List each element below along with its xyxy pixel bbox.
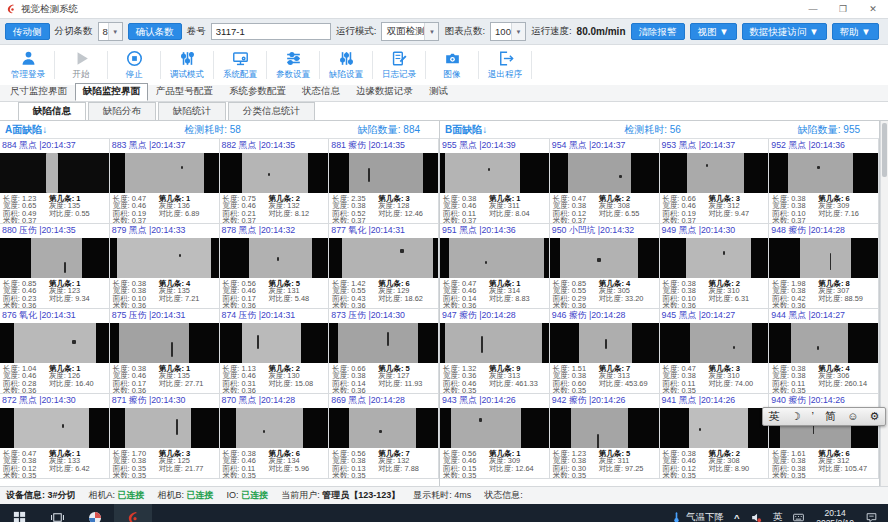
defect-cell[interactable]: 949 黑点 |20:14:30长度: 0.38宽度: 0.38面积: 0.10… bbox=[660, 224, 770, 309]
subtab-defect-distribution[interactable]: 缺陷分布 bbox=[88, 102, 156, 120]
defect-cell[interactable]: 941 黑点 |20:14:26长度: 0.38宽度: 0.46面积: 0.12… bbox=[660, 394, 770, 479]
tab-status-info[interactable]: 状态信息 bbox=[294, 83, 348, 101]
exit-button[interactable]: 退出程序 bbox=[479, 46, 531, 84]
subtab-defect-stats[interactable]: 缺陷统计 bbox=[158, 102, 226, 120]
stop-button[interactable]: 停止 bbox=[108, 46, 160, 84]
ime-moon-icon[interactable]: ☽ bbox=[791, 409, 801, 424]
defect-cell[interactable]: 951 黑点 |20:14:36长度: 0.47宽度: 0.46面积: 0.14… bbox=[440, 224, 550, 309]
defect-cell[interactable]: 948 擦伤 |20:14:28长度: 1.98宽度: 0.38面积: 0.42… bbox=[769, 224, 879, 309]
tab-size-monitor[interactable]: 尺寸监控界面 bbox=[2, 83, 75, 101]
defect-cell[interactable]: 945 黑点 |20:14:27长度: 0.47宽度: 0.38面积: 0.11… bbox=[660, 309, 770, 394]
defect-meters: 米数: 0.37 bbox=[443, 217, 546, 224]
vertical-scrollbar[interactable] bbox=[880, 121, 888, 486]
scrollbar-thumb[interactable] bbox=[882, 123, 887, 177]
minimize-button[interactable]: — bbox=[798, 0, 828, 18]
defect-cell[interactable]: 953 黑点 |20:14:37长度: 0.66宽度: 0.46面积: 0.19… bbox=[660, 139, 770, 224]
defect-cell[interactable]: 871 擦伤 |20:14:30长度: 1.70宽度: 0.38面积: 0.35… bbox=[110, 394, 220, 479]
maximize-button[interactable]: ❐ bbox=[828, 0, 858, 18]
taskbar-vision-app-button[interactable] bbox=[114, 504, 152, 522]
help-menu-button[interactable]: 帮助 ▼ bbox=[832, 23, 879, 40]
defect-image bbox=[110, 153, 219, 193]
camera-button[interactable]: 图像 bbox=[426, 46, 478, 84]
keyboard-icon bbox=[792, 511, 805, 522]
params-button[interactable]: 参数设置 bbox=[267, 46, 319, 84]
run-speed-value: 80.0m/min bbox=[577, 26, 626, 37]
play-button[interactable]: 开始 bbox=[55, 46, 107, 84]
data-quick-access-button[interactable]: 数据快捷访问 ▼ bbox=[742, 23, 827, 40]
defect-cell[interactable]: 872 黑点 |20:14:30长度: 0.47宽度: 0.38面积: 0.12… bbox=[0, 394, 110, 479]
panel-title: B面缺陷↓ bbox=[445, 123, 583, 137]
ime-simplified[interactable]: 简 bbox=[825, 409, 836, 424]
image-edge-bar bbox=[440, 153, 445, 193]
language-indicator[interactable]: 英 bbox=[768, 504, 788, 522]
defect-info-right: 第几条: 1灰度: 135对比度: 0.55 bbox=[49, 195, 90, 217]
defect-image bbox=[550, 238, 659, 278]
slit-count-select[interactable]: 8 ▼ bbox=[98, 22, 123, 41]
subtab-class-info-stats[interactable]: 分类信息统计 bbox=[228, 102, 315, 120]
defect-cell[interactable]: 944 黑点 |20:14:27长度: 0.38宽度: 0.38面积: 0.11… bbox=[769, 309, 879, 394]
defect-cell[interactable]: 954 黑点 |20:14:37长度: 0.47宽度: 0.38面积: 0.12… bbox=[550, 139, 660, 224]
volume-button[interactable] bbox=[745, 504, 768, 522]
ime-emoji-icon[interactable]: ☺ bbox=[847, 409, 858, 424]
subtab-defect-info[interactable]: 缺陷信息 bbox=[18, 102, 86, 120]
clear-alarm-button[interactable]: 清除报警 bbox=[631, 23, 685, 40]
view-menu-button[interactable]: 视图 ▼ bbox=[690, 23, 737, 40]
tab-edge-data[interactable]: 边缘数据记录 bbox=[348, 83, 421, 101]
chart-points-select[interactable]: 100 ▼ bbox=[490, 22, 526, 41]
user-button[interactable]: 管理登录 bbox=[2, 46, 54, 84]
tab-test[interactable]: 测试 bbox=[421, 83, 456, 101]
weather-widget[interactable]: 气温下降 bbox=[665, 504, 729, 522]
defect-image bbox=[0, 238, 109, 278]
ime-settings-icon[interactable]: ⚙ bbox=[870, 409, 880, 424]
defect-cell[interactable]: 947 擦伤 |20:14:28长度: 1.32宽度: 0.36面积: 0.46… bbox=[440, 309, 550, 394]
debug-button[interactable]: 调试模式 bbox=[161, 46, 213, 84]
defect-cell[interactable]: 950 小凹坑 |20:14:32长度: 0.85宽度: 0.55面积: 0.2… bbox=[550, 224, 660, 309]
defect-cell[interactable]: 874 压伤 |20:14:31长度: 1.13宽度: 0.46面积: 0.31… bbox=[220, 309, 330, 394]
start-button[interactable] bbox=[0, 504, 38, 522]
defect-cell[interactable]: 876 氧化 |20:14:31长度: 1.04宽度: 0.46面积: 0.28… bbox=[0, 309, 110, 394]
roll-number-input[interactable] bbox=[211, 23, 331, 40]
defect-cell[interactable]: 873 压伤 |20:14:30长度: 0.66宽度: 0.38面积: 0.14… bbox=[329, 309, 439, 394]
defect-cell[interactable]: 877 氧化 |20:14:31长度: 1.42宽度: 0.55面积: 0.43… bbox=[329, 224, 439, 309]
defect-button[interactable]: 缺陷设置 bbox=[320, 46, 372, 84]
defect-cell[interactable]: 942 擦伤 |20:14:26长度: 1.23宽度: 0.38面积: 0.30… bbox=[550, 394, 660, 479]
panel-a-defects: A面缺陷↓检测耗时: 58缺陷数量: 884884 黑点 |20:14:37长度… bbox=[0, 121, 440, 486]
defect-cell[interactable]: 881 擦伤 |20:14:35长度: 2.35宽度: 0.38面积: 0.52… bbox=[329, 139, 439, 224]
defect-cell[interactable]: 952 黑点 |20:14:36长度: 0.38宽度: 0.38面积: 0.10… bbox=[769, 139, 879, 224]
tab-defect-monitor[interactable]: 缺陷监控界面 bbox=[75, 83, 148, 101]
defect-contrast: 对比度: 8.12 bbox=[268, 210, 309, 217]
action-center-button[interactable] bbox=[860, 504, 883, 522]
log-button[interactable]: 日志记录 bbox=[373, 46, 425, 84]
defect-cell[interactable]: 869 黑点 |20:14:28长度: 0.56宽度: 0.38面积: 0.13… bbox=[329, 394, 439, 479]
system-button[interactable]: 系统配置 bbox=[214, 46, 266, 84]
defect-cell[interactable]: 870 黑点 |20:14:28长度: 0.38宽度: 0.46面积: 0.11… bbox=[220, 394, 330, 479]
defect-image bbox=[220, 153, 329, 193]
ime-mode-button[interactable] bbox=[787, 504, 810, 522]
confirm-count-button[interactable]: 确认条数 bbox=[128, 23, 182, 40]
ime-lang-en[interactable]: 英 bbox=[769, 409, 780, 424]
tray-expand-chevron[interactable]: ^ bbox=[729, 504, 745, 522]
defect-cell[interactable]: 882 黑点 |20:14:35长度: 0.75宽度: 0.46面积: 0.21… bbox=[220, 139, 330, 224]
defect-cell[interactable]: 883 黑点 |20:14:37长度: 0.47宽度: 0.46面积: 0.19… bbox=[110, 139, 220, 224]
defect-cell[interactable]: 955 黑点 |20:14:39长度: 0.38宽度: 0.46面积: 0.11… bbox=[440, 139, 550, 224]
defect-contrast: 对比度: 7.21 bbox=[159, 295, 200, 302]
taskbar-clock[interactable]: 20:14 2025/2/10 bbox=[810, 508, 860, 522]
tab-system-params[interactable]: 系统参数配置 bbox=[221, 83, 294, 101]
defect-cell[interactable]: 879 黑点 |20:14:33长度: 0.38宽度: 0.38面积: 0.10… bbox=[110, 224, 220, 309]
task-view-button[interactable] bbox=[38, 504, 76, 522]
run-mode-select[interactable]: 双面检测 ▼ bbox=[381, 22, 439, 41]
defect-image bbox=[329, 408, 438, 448]
defect-cell[interactable]: 946 擦伤 |20:14:28长度: 1.51宽度: 0.38面积: 0.60… bbox=[550, 309, 660, 394]
close-button[interactable]: ✕ bbox=[858, 0, 888, 18]
defect-mark bbox=[597, 434, 599, 448]
defect-cell[interactable]: 875 压伤 |20:14:31长度: 0.38宽度: 0.46面积: 0.17… bbox=[110, 309, 220, 394]
defect-cell[interactable]: 878 黑点 |20:14:32长度: 0.56宽度: 0.46面积: 0.17… bbox=[220, 224, 330, 309]
defect-cell[interactable]: 880 压伤 |20:14:35长度: 0.85宽度: 0.46面积: 0.23… bbox=[0, 224, 110, 309]
taskbar-app-button[interactable] bbox=[76, 504, 114, 522]
ime-punct[interactable]: ’ bbox=[812, 409, 814, 424]
tab-product-config[interactable]: 产品型号配置 bbox=[148, 83, 221, 101]
defect-cell[interactable]: 943 黑点 |20:14:26长度: 0.56宽度: 0.46面积: 0.15… bbox=[440, 394, 550, 479]
drive-side-button[interactable]: 传动侧 bbox=[5, 23, 50, 40]
defect-cell[interactable]: 884 黑点 |20:14:37长度: 1.23宽度: 0.65面积: 0.49… bbox=[0, 139, 110, 224]
defect-meters: 米数: 0.37 bbox=[3, 217, 106, 224]
